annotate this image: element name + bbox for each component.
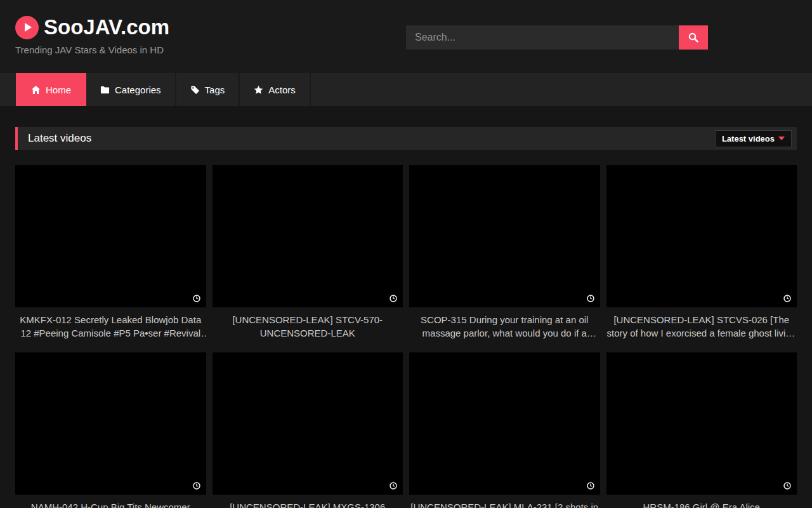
video-title[interactable]: [UNCENSORED-LEAK] MXGS-1306 Absolutely [213,500,403,508]
search-button[interactable] [679,25,708,50]
nav-item-tags[interactable]: Tags [176,73,240,106]
video-thumbnail[interactable] [213,165,403,307]
video-title[interactable]: KMKFX-012 Secretly Leaked Blowjob Data 1… [15,313,206,340]
play-circle-icon [15,16,39,39]
video-card[interactable]: HRSM-186 Girl @ Era Alice [606,352,797,508]
nav-item-label: Tags [205,84,225,95]
clock-icon [193,295,200,302]
tag-icon [190,85,200,95]
sort-dropdown-label: Latest videos [722,134,775,144]
site-tagline: Trending JAV Stars & Videos in HD [15,44,169,55]
search-box [406,25,708,50]
site-logo-text: SooJAV.com [44,15,169,39]
clock-icon [783,482,791,490]
video-card[interactable]: SCOP-315 During your training at an oil … [409,165,600,340]
main-nav: Home Categories Tags Actors [0,73,812,106]
caret-down-icon [778,137,785,140]
video-card[interactable]: KMKFX-012 Secretly Leaked Blowjob Data 1… [15,165,206,340]
clock-icon [783,295,791,302]
video-thumbnail[interactable] [606,165,797,307]
video-thumbnail[interactable] [15,352,206,495]
video-grid: KMKFX-012 Secretly Leaked Blowjob Data 1… [15,165,797,508]
video-card[interactable]: [UNCENSORED-LEAK] MLA-231 [2 shots in [409,352,600,508]
video-card[interactable]: [UNCENSORED-LEAK] STCV-570-UNCENSORED-LE… [213,165,403,340]
video-thumbnail[interactable] [606,352,797,495]
section-title: Latest videos [28,132,91,145]
clock-icon [587,295,594,302]
home-icon [31,85,41,95]
nav-item-label: Actors [268,84,296,95]
video-title[interactable]: [UNCENSORED-LEAK] STCV-570-UNCENSORED-LE… [213,313,403,340]
nav-item-categories[interactable]: Categories [86,73,176,106]
video-title[interactable]: [UNCENSORED-LEAK] STCVS-026 [The story o… [606,313,797,340]
site-header: SooJAV.com Trending JAV Stars & Videos i… [0,0,812,73]
brand-block: SooJAV.com Trending JAV Stars & Videos i… [15,15,169,55]
logo-link[interactable]: SooJAV.com [15,15,169,39]
search-icon [688,32,698,43]
section-header: Latest videos Latest videos [15,127,797,150]
video-card[interactable]: NAMH-042 H-Cup Big Tits Newcomer (170cm … [15,352,206,508]
nav-item-label: Home [46,84,71,95]
clock-icon [390,482,397,490]
nav-item-actors[interactable]: Actors [240,73,311,106]
video-thumbnail[interactable] [15,165,206,307]
nav-item-label: Categories [115,84,161,95]
video-title[interactable]: [UNCENSORED-LEAK] MLA-231 [2 shots in [409,500,600,508]
video-title[interactable]: NAMH-042 H-Cup Big Tits Newcomer (170cm … [15,500,206,508]
nav-item-home[interactable]: Home [16,73,86,106]
video-card[interactable]: [UNCENSORED-LEAK] STCVS-026 [The story o… [606,165,797,340]
video-thumbnail[interactable] [409,165,600,307]
video-title[interactable]: SCOP-315 During your training at an oil … [409,313,600,340]
video-card[interactable]: [UNCENSORED-LEAK] MXGS-1306 Absolutely [213,352,403,508]
folder-icon [100,85,110,95]
search-input[interactable] [406,25,679,50]
star-icon [254,85,263,95]
clock-icon [193,482,200,490]
clock-icon [587,482,594,490]
video-title[interactable]: HRSM-186 Girl @ Era Alice [606,500,797,508]
video-thumbnail[interactable] [213,352,403,495]
sort-dropdown[interactable]: Latest videos [715,130,792,147]
video-thumbnail[interactable] [409,352,600,495]
clock-icon [390,295,397,302]
